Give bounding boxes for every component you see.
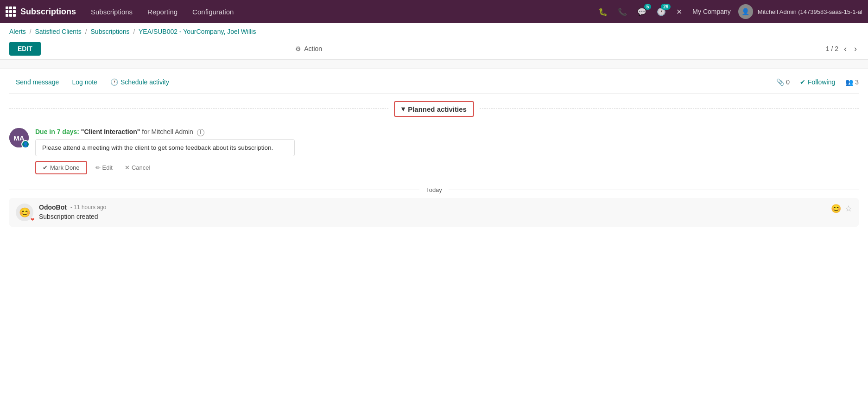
log-note-label: Log note: [72, 78, 97, 86]
message-body: Subscription created: [39, 213, 825, 220]
chatter-actions: Send message Log note 🕐 Schedule activit…: [9, 69, 859, 94]
chat-badge: 5: [644, 4, 652, 10]
message-item: 😊 ❤ OdooBot - 11 hours ago Subscription …: [9, 198, 859, 227]
bug-icon-btn[interactable]: 🐛: [596, 6, 610, 18]
timeline-label: Today: [426, 186, 442, 193]
breadcrumb-sep-1: /: [30, 28, 32, 35]
activity-type-badge: 👤: [21, 140, 30, 148]
edit-label: Edit: [102, 164, 113, 171]
nav-item-configuration[interactable]: Configuration: [186, 5, 240, 19]
mark-done-label: Mark Done: [50, 164, 80, 171]
cancel-label: Cancel: [132, 164, 150, 171]
cancel-activity-button[interactable]: ✕ Cancel: [121, 162, 154, 173]
planned-activities-section: ▾ Planned activities: [9, 94, 859, 121]
close-icon: ✕: [676, 8, 682, 16]
breadcrumb: Alerts / Satisfied Clients / Subscriptio…: [0, 23, 868, 38]
following-button[interactable]: ✔ Following: [796, 77, 839, 88]
activity-name: "Client Interaction": [81, 128, 140, 135]
log-note-button[interactable]: Log note: [65, 76, 104, 89]
planned-activities-label: Planned activities: [408, 105, 467, 113]
users-icon: 👥: [845, 78, 853, 86]
pagination-text: 1 / 2: [826, 45, 838, 52]
grid-icon: [6, 6, 16, 17]
paperclip-icon: 📎: [776, 78, 784, 86]
clock-activity-icon: 🕐: [110, 78, 118, 86]
followers-num: 0: [786, 78, 790, 86]
clock-icon-btn[interactable]: 🕐 29: [654, 6, 669, 18]
heart-icon: ❤: [31, 217, 34, 222]
phone-icon: 📞: [618, 8, 627, 16]
form-divider: [0, 60, 868, 69]
following-label: Following: [808, 78, 835, 86]
pagination: 1 / 2 ‹ ›: [826, 44, 859, 54]
info-icon[interactable]: i: [197, 129, 204, 136]
message-content: OdooBot - 11 hours ago Subscription crea…: [39, 204, 825, 220]
users-count[interactable]: 👥 3: [845, 78, 859, 86]
chatter-right: 📎 0 ✔ Following 👥 3: [776, 77, 859, 88]
activity-due-text: Due in 7 days:: [35, 128, 79, 135]
app-brand[interactable]: Subscriptions: [6, 6, 76, 17]
prev-button[interactable]: ‹: [842, 44, 849, 54]
action-menu[interactable]: ⚙ Action: [295, 45, 322, 52]
breadcrumb-satisfied-clients[interactable]: Satisfied Clients: [35, 28, 81, 35]
app-title: Subscriptions: [20, 7, 76, 17]
message-actions: 😊 ☆: [831, 204, 852, 214]
navbar: Subscriptions Subscriptions Reporting Co…: [0, 0, 868, 23]
activity-for-user: for Mitchell Admin: [142, 128, 193, 135]
activity-avatar: MA 👤: [9, 128, 29, 147]
schedule-activity-button[interactable]: 🕐 Schedule activity: [104, 76, 176, 89]
action-label: Action: [304, 45, 322, 52]
breadcrumb-alerts[interactable]: Alerts: [9, 28, 26, 35]
edit-button[interactable]: EDIT: [9, 42, 41, 56]
clock-badge: 29: [661, 4, 671, 10]
breadcrumb-sep-2: /: [85, 28, 87, 35]
message-time: - 11 hours ago: [70, 204, 106, 211]
user-avatar-icon: 👤: [741, 8, 749, 15]
breadcrumb-current: YEA/SUB002 - YourCompany, Joel Willis: [139, 28, 256, 35]
odobot-avatar-icon: 😊: [19, 207, 31, 218]
users-num: 3: [855, 78, 859, 86]
breadcrumb-subscriptions[interactable]: Subscriptions: [91, 28, 130, 35]
mark-done-button[interactable]: ✔ Mark Done: [35, 161, 87, 174]
star-button[interactable]: ☆: [845, 204, 852, 214]
planned-activities-toggle[interactable]: ▾ Planned activities: [394, 101, 474, 117]
gear-icon: ⚙: [295, 45, 301, 52]
action-bar: EDIT ⚙ Action 1 / 2 ‹ ›: [0, 38, 868, 60]
chatter-container: Send message Log note 🕐 Schedule activit…: [0, 69, 868, 227]
navbar-right: 🐛 📞 💬 5 🕐 29 ✕ My Company 👤 Mitchell Adm…: [596, 4, 862, 19]
followers-count: 📎 0: [776, 78, 790, 86]
times-icon: ✕: [125, 164, 130, 171]
close-icon-btn[interactable]: ✕: [673, 6, 685, 18]
activity-item: MA 👤 Due in 7 days: "Client Interaction"…: [9, 121, 859, 179]
nav-items: Subscriptions Reporting Configuration: [84, 5, 592, 19]
activity-buttons: ✔ Mark Done ✏ Edit ✕ Cancel: [35, 161, 859, 174]
phone-icon-btn[interactable]: 📞: [615, 6, 630, 18]
activity-content: Due in 7 days: "Client Interaction" for …: [35, 128, 859, 174]
check-icon: ✔: [43, 164, 48, 171]
emoji-button[interactable]: 😊: [831, 204, 841, 214]
send-message-button[interactable]: Send message: [9, 76, 65, 89]
activity-note: Please attend a meeting with the client …: [35, 139, 295, 156]
activity-title: Due in 7 days: "Client Interaction" for …: [35, 128, 859, 136]
edit-activity-button[interactable]: ✏ Edit: [92, 162, 116, 173]
checkmark-icon: ✔: [800, 78, 805, 86]
schedule-activity-label: Schedule activity: [120, 78, 169, 86]
company-name: My Company: [692, 8, 730, 15]
message-header: OdooBot - 11 hours ago: [39, 204, 825, 211]
chevron-down-icon: ▾: [401, 105, 405, 113]
next-button[interactable]: ›: [852, 44, 859, 54]
user-avatar[interactable]: 👤: [738, 4, 753, 19]
pencil-icon: ✏: [95, 164, 101, 171]
message-avatar: 😊 ❤: [16, 204, 33, 221]
message-author: OdooBot: [39, 204, 67, 211]
bug-icon: 🐛: [598, 8, 608, 16]
breadcrumb-sep-3: /: [133, 28, 135, 35]
timeline-divider: Today: [9, 179, 859, 198]
user-name: Mitchell Admin (14739583-saas-15-1-al: [758, 8, 862, 15]
nav-item-subscriptions[interactable]: Subscriptions: [84, 5, 139, 19]
nav-item-reporting[interactable]: Reporting: [141, 5, 184, 19]
chat-icon-btn[interactable]: 💬 5: [634, 6, 649, 18]
send-message-label: Send message: [16, 78, 59, 86]
